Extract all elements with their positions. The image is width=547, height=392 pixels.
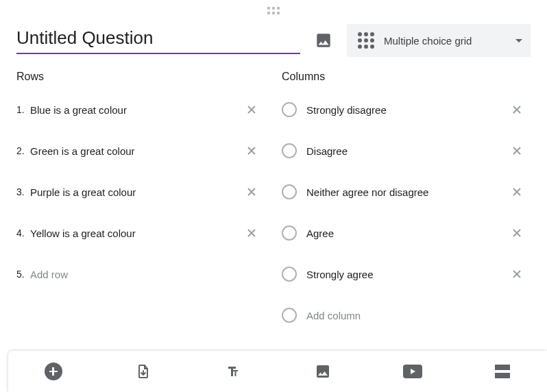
svg-rect-1 — [495, 365, 510, 370]
remove-column-button[interactable] — [503, 260, 531, 288]
question-title-input[interactable] — [16, 27, 300, 49]
column-item: Agree — [282, 217, 531, 249]
add-column-item[interactable]: Add column — [282, 299, 531, 331]
remove-row-button[interactable] — [238, 178, 265, 206]
question-title-field[interactable] — [16, 27, 300, 54]
row-item: 4. Yellow is a great colour — [16, 217, 265, 249]
rows-section: Rows 1. Blue is a great colour 2. Green … — [16, 71, 265, 341]
radio-icon — [282, 143, 297, 158]
close-icon — [510, 267, 524, 281]
column-text-input[interactable]: Agree — [306, 228, 503, 239]
add-row-item[interactable]: 5. Add row — [16, 258, 265, 290]
row-text-input[interactable]: Purple is a great colour — [30, 186, 238, 198]
rows-heading: Rows — [16, 71, 265, 83]
radio-icon — [282, 102, 297, 117]
svg-rect-2 — [495, 373, 510, 378]
row-number: 1. — [16, 104, 30, 115]
column-text-input[interactable]: Neither agree nor disagree — [306, 186, 503, 198]
column-item: Disagree — [282, 135, 531, 167]
column-item: Strongly disagree — [282, 94, 531, 125]
row-text-input[interactable]: Yellow is a great colour — [30, 228, 238, 239]
remove-column-button[interactable] — [503, 219, 531, 247]
add-circle-icon — [45, 363, 62, 380]
import-icon — [135, 363, 151, 380]
video-icon — [403, 365, 422, 378]
import-questions-button[interactable] — [130, 358, 157, 385]
add-image-button[interactable] — [310, 27, 337, 54]
columns-heading: Columns — [282, 71, 531, 83]
add-column-placeholder[interactable]: Add column — [306, 310, 531, 321]
radio-icon — [282, 308, 297, 323]
image-icon — [315, 32, 332, 49]
remove-column-button[interactable] — [503, 178, 531, 206]
question-type-selector[interactable]: Multiple choice grid — [347, 24, 531, 57]
radio-icon — [282, 267, 297, 282]
image-icon — [315, 363, 331, 380]
drag-icon — [267, 7, 280, 14]
remove-column-button[interactable] — [503, 137, 531, 164]
close-icon — [245, 144, 258, 158]
add-title-button[interactable] — [219, 358, 247, 385]
radio-icon — [282, 225, 297, 241]
close-icon — [510, 185, 524, 199]
drag-handle[interactable] — [0, 0, 547, 17]
radio-icon — [282, 184, 297, 199]
remove-row-button[interactable] — [238, 137, 265, 164]
question-type-label: Multiple choice grid — [384, 35, 506, 47]
floating-toolbar — [8, 351, 547, 392]
column-item: Strongly agree — [282, 258, 531, 290]
close-icon — [245, 226, 258, 240]
row-item: 3. Purple is a great colour — [16, 176, 265, 208]
chevron-down-icon — [515, 39, 522, 42]
close-icon — [510, 103, 524, 117]
add-question-button[interactable] — [40, 358, 67, 385]
text-icon — [225, 363, 241, 380]
row-item: 2. Green is a great colour — [16, 135, 265, 167]
column-text-input[interactable]: Strongly agree — [306, 269, 503, 280]
row-text-input[interactable]: Blue is a great colour — [30, 104, 238, 116]
add-image-toolbar-button[interactable] — [309, 358, 337, 385]
section-icon — [495, 365, 510, 378]
grid-icon — [358, 32, 374, 49]
add-video-button[interactable] — [399, 358, 426, 385]
row-item: 1. Blue is a great colour — [16, 94, 265, 125]
remove-row-button[interactable] — [238, 219, 265, 247]
close-icon — [245, 185, 258, 199]
column-text-input[interactable]: Strongly disagree — [306, 104, 503, 116]
remove-column-button[interactable] — [503, 96, 531, 123]
close-icon — [510, 226, 524, 240]
remove-row-button[interactable] — [238, 96, 265, 123]
row-number: 2. — [16, 145, 30, 156]
column-text-input[interactable]: Disagree — [306, 145, 503, 157]
row-number: 3. — [16, 186, 30, 197]
close-icon — [245, 103, 258, 117]
add-row-placeholder[interactable]: Add row — [30, 269, 265, 280]
columns-section: Columns Strongly disagree Disagree Neith… — [282, 71, 531, 341]
row-number: 5. — [16, 269, 30, 280]
close-icon — [510, 144, 524, 158]
row-text-input[interactable]: Green is a great colour — [30, 145, 238, 157]
row-number: 4. — [16, 228, 30, 238]
column-item: Neither agree nor disagree — [282, 176, 531, 208]
add-section-button[interactable] — [489, 358, 516, 385]
